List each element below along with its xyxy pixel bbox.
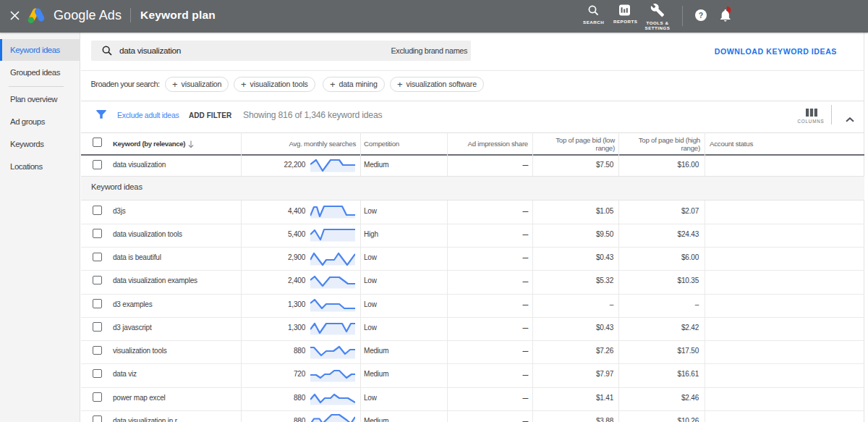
svg-text:?: ?	[699, 11, 703, 20]
